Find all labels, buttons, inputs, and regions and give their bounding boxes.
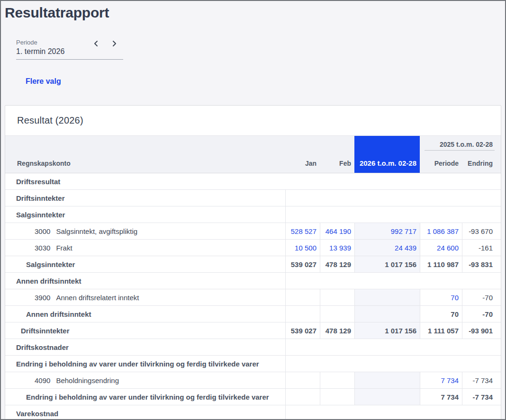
- periode-value: 70: [451, 310, 459, 318]
- endring-cell: -7 734: [462, 389, 501, 405]
- periode-cell: 70: [420, 289, 462, 305]
- row-group: Salgsinntekter: [5, 206, 501, 223]
- endring-value: -93 831: [469, 260, 493, 268]
- account-cell: Driftsinntekter: [5, 322, 285, 339]
- account-cell: Salgsinntekter: [5, 256, 285, 272]
- ytd-value: 1 017 156: [385, 260, 416, 268]
- account-name: Beholdningsendring: [56, 376, 119, 384]
- periode-value: 7 734: [441, 393, 459, 401]
- empty-cells: [285, 190, 501, 206]
- row-subtotal: Annen driftsinntekt70-70: [5, 306, 501, 322]
- row-subtotal: Salgsinntekter539 027478 1291 017 1561 1…: [5, 256, 501, 273]
- endring-value: -161: [479, 244, 493, 252]
- feb-cell: [320, 389, 354, 405]
- group-label: Endring i beholdning av varer under tilv…: [16, 360, 259, 368]
- group-label: Driftsinntekter: [16, 194, 65, 202]
- jan-cell: 539 027: [285, 256, 320, 272]
- feb-cell: [320, 306, 354, 322]
- ytd-value[interactable]: 992 717: [391, 227, 416, 235]
- ytd-value[interactable]: 24 439: [395, 244, 416, 252]
- feb-cell: [320, 289, 354, 305]
- feb-value[interactable]: 13 939: [329, 244, 351, 252]
- row-group: Annen driftsinntekt: [5, 273, 501, 289]
- period-picker: Periode 1. termin 2026: [16, 39, 123, 60]
- ytd-cell: [354, 372, 420, 388]
- total-label: Driftsinntekter: [21, 327, 70, 335]
- more-options-link[interactable]: Flere valg: [26, 77, 61, 86]
- endring-cell: -93 901: [462, 322, 501, 339]
- endring-cell: -70: [462, 306, 501, 322]
- ytd-cell: 24 439: [354, 240, 420, 256]
- ytd-cell: 1 017 156: [354, 322, 420, 339]
- table-header: Regnskapskonto Jan Feb 2026 t.o.m. 02-28…: [5, 135, 501, 173]
- row-subtotal: Endring i beholdning av varer under tilv…: [5, 389, 501, 405]
- periode-value[interactable]: 7 734: [441, 376, 459, 384]
- chevron-right-icon: [111, 40, 117, 48]
- jan-value: 539 027: [291, 327, 316, 335]
- row-account: 4090Beholdningsendring7 734-7 734: [5, 372, 501, 389]
- empty-cells: [285, 206, 501, 223]
- jan-value[interactable]: 528 527: [291, 227, 316, 235]
- subtotal-label: Endring i beholdning av varer under tilv…: [26, 393, 269, 401]
- jan-value[interactable]: 10 500: [295, 244, 316, 252]
- account-code: 4090: [5, 376, 50, 384]
- ytd-cell: [354, 389, 420, 405]
- section-label: Driftsresultat: [16, 178, 60, 186]
- group-label: Annen driftsinntekt: [16, 277, 81, 285]
- endring-value: -7 734: [472, 376, 493, 384]
- endring-value: -93 670: [469, 227, 493, 235]
- account-name: Annen driftsrelatert inntekt: [56, 294, 139, 302]
- feb-value[interactable]: 464 190: [325, 227, 351, 235]
- periode-value: 1 111 057: [428, 327, 459, 335]
- account-code: 3030: [5, 244, 50, 252]
- feb-value: 478 129: [325, 260, 351, 268]
- periode-value: 1 110 987: [427, 260, 459, 268]
- column-header-periode: Periode: [420, 151, 462, 173]
- account-cell: Endring i beholdning av varer under tilv…: [5, 389, 285, 405]
- group-label-cell: Endring i beholdning av varer under tilv…: [5, 356, 285, 372]
- periode-cell: 70: [420, 306, 462, 322]
- endring-value: -93 901: [469, 327, 493, 335]
- column-header-account: Regnskapskonto: [5, 136, 285, 173]
- feb-value: 478 129: [325, 327, 351, 335]
- periode-cell: 1 086 387: [420, 223, 462, 239]
- section-label-cell: Driftsresultat: [5, 173, 501, 189]
- page-title: Resultatrapport: [5, 5, 109, 21]
- period-value-input[interactable]: 1. termin 2026: [16, 47, 123, 60]
- account-cell: 4090Beholdningsendring: [5, 372, 285, 388]
- period-next-button[interactable]: [108, 38, 120, 50]
- jan-cell: [285, 306, 320, 322]
- endring-cell: -93 670: [462, 223, 501, 239]
- row-total: Driftsinntekter539 027478 1291 017 1561 …: [5, 322, 501, 339]
- row-group: Endring i beholdning av varer under tilv…: [5, 356, 501, 372]
- account-cell: 3030Frakt: [5, 240, 285, 256]
- column-group-2025: 2025 t.o.m. 02-28: [425, 136, 495, 151]
- periode-value[interactable]: 24 600: [437, 244, 459, 252]
- empty-cells: [285, 273, 501, 289]
- jan-value: 539 027: [291, 260, 316, 268]
- column-header-jan: Jan: [285, 136, 320, 173]
- resultatrapport-page: Resultatrapport Periode 1. termin 2026 F…: [0, 0, 506, 420]
- endring-cell: -7 734: [462, 372, 501, 388]
- account-code: 3000: [5, 227, 50, 235]
- account-cell: Annen driftsinntekt: [5, 306, 285, 322]
- periode-value[interactable]: 70: [451, 294, 459, 302]
- feb-cell: [320, 372, 354, 388]
- periode-cell: 7 734: [420, 389, 462, 405]
- group-label-cell: Driftskostnader: [5, 339, 285, 355]
- feb-cell: 13 939: [320, 240, 354, 256]
- jan-cell: 528 527: [285, 223, 320, 239]
- endring-cell: -93 831: [462, 256, 501, 272]
- ytd-cell: 992 717: [354, 223, 420, 239]
- endring-value: -7 734: [472, 393, 493, 401]
- report-table-body: DriftsresultatDriftsinntekterSalgsinntek…: [5, 173, 501, 420]
- row-group: Varekostnad: [5, 405, 501, 420]
- jan-cell: [285, 372, 320, 388]
- endring-value: -70: [482, 294, 493, 302]
- row-group: Driftsinntekter: [5, 190, 501, 206]
- periode-value[interactable]: 1 086 387: [427, 227, 459, 235]
- periode-cell: 24 600: [420, 240, 462, 256]
- period-prev-button[interactable]: [90, 38, 102, 50]
- period-label: Periode: [16, 39, 123, 46]
- feb-cell: 464 190: [320, 223, 354, 239]
